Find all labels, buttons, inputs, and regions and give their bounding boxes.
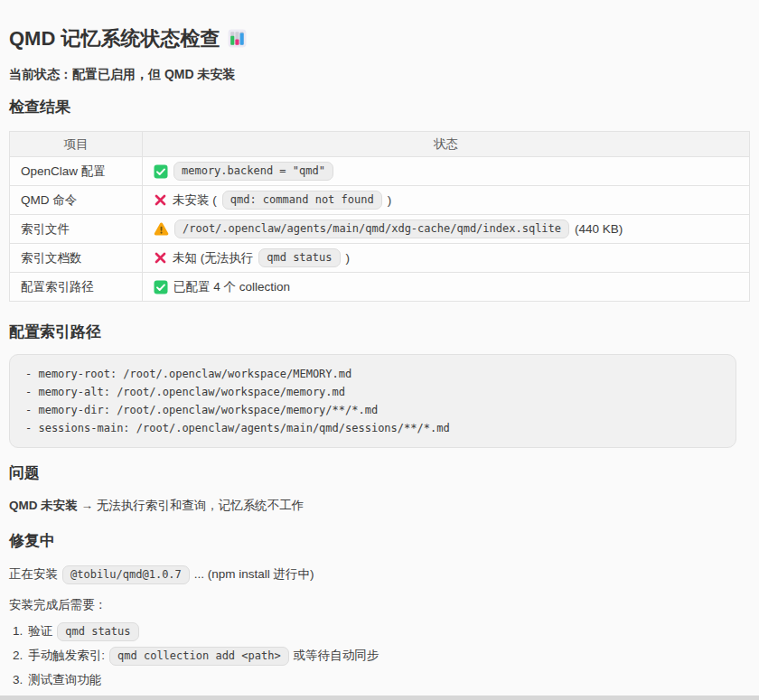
step-item: 1.验证qmd status bbox=[13, 621, 750, 641]
status-text: 未知 (无法执行 bbox=[173, 250, 253, 266]
bar-chart-emoji-icon bbox=[228, 29, 247, 48]
results-table: 项目 状态 OpenClaw 配置memory.backend = "qmd"Q… bbox=[9, 131, 750, 302]
table-row: 配置索引路径已配置 4 个 collection bbox=[10, 273, 750, 302]
bottom-divider bbox=[0, 695, 759, 700]
item-cell: OpenClaw 配置 bbox=[10, 157, 143, 186]
status-text: 已配置 4 个 collection bbox=[173, 279, 290, 295]
current-status-line: 当前状态：配置已启用，但 QMD 未安装 bbox=[9, 66, 750, 82]
status-text: 未安装 ( bbox=[173, 192, 217, 209]
column-header-item: 项目 bbox=[10, 132, 143, 157]
table-row: OpenClaw 配置memory.backend = "qmd" bbox=[10, 157, 750, 186]
status-text: (440 KB) bbox=[575, 222, 623, 236]
page-title: QMD 记忆系统状态检查 bbox=[9, 26, 750, 51]
step-text: 验证 bbox=[28, 621, 52, 641]
page-title-text: QMD 记忆系统状态检查 bbox=[9, 26, 220, 51]
step-text: 手动触发索引: bbox=[28, 646, 105, 666]
warning-icon bbox=[154, 222, 169, 236]
results-section-heading: 检查结果 bbox=[9, 98, 750, 117]
paths-section-heading: 配置索引路径 bbox=[9, 322, 750, 341]
inline-code: /root/.openclaw/agents/main/qmd/xdg-cach… bbox=[174, 219, 569, 238]
inline-code-package: @tobilu/qmd@1.0.7 bbox=[62, 565, 190, 584]
table-row: QMD 命令未安装 (qmd: command not found) bbox=[10, 186, 750, 215]
inline-code: memory.backend = "qmd" bbox=[173, 162, 333, 181]
table-header-row: 项目 状态 bbox=[10, 132, 750, 157]
status-cell: 已配置 4 个 collection bbox=[143, 273, 750, 302]
check-icon bbox=[154, 164, 168, 179]
installing-line: 正在安装 @tobilu/qmd@1.0.7 ... (npm install … bbox=[9, 565, 750, 584]
column-header-status: 状态 bbox=[143, 132, 750, 157]
results-table-body: OpenClaw 配置memory.backend = "qmd"QMD 命令未… bbox=[10, 157, 750, 302]
item-cell: 索引文件 bbox=[10, 215, 143, 244]
cross-icon bbox=[154, 251, 167, 265]
step-text: 或等待自动同步 bbox=[294, 646, 380, 666]
problem-section-heading: 问题 bbox=[9, 463, 750, 482]
status-text: ) bbox=[346, 251, 351, 265]
step-item: 3.测试查询功能 bbox=[13, 670, 750, 690]
after-install-line: 安装完成后需要： bbox=[9, 597, 750, 613]
problem-rest-text: → 无法执行索引和查询，记忆系统不工作 bbox=[78, 499, 305, 512]
step-item: 2.手动触发索引:qmd collection add <path>或等待自动同… bbox=[13, 646, 750, 666]
inline-code: qmd status bbox=[258, 248, 340, 267]
item-cell: 配置索引路径 bbox=[10, 273, 143, 302]
installing-pre-text: 正在安装 bbox=[9, 565, 58, 584]
step-number: 3. bbox=[13, 670, 23, 690]
fixing-section-heading: 修复中 bbox=[9, 531, 750, 550]
report-document: QMD 记忆系统状态检查 当前状态：配置已启用，但 QMD 未安装 检查结果 项… bbox=[0, 26, 759, 700]
step-text: 测试查询功能 bbox=[28, 670, 101, 690]
status-cell: 未安装 (qmd: command not found) bbox=[143, 186, 750, 215]
status-cell: /root/.openclaw/agents/main/qmd/xdg-cach… bbox=[143, 215, 750, 244]
problem-statement: QMD 未安装 → 无法执行索引和查询，记忆系统不工作 bbox=[9, 497, 750, 515]
status-cell: memory.backend = "qmd" bbox=[143, 157, 750, 186]
inline-code: qmd: command not found bbox=[222, 191, 382, 210]
status-cell: 未知 (无法执行qmd status) bbox=[143, 244, 750, 273]
item-cell: QMD 命令 bbox=[10, 186, 143, 215]
step-number: 1. bbox=[13, 621, 23, 641]
paths-code-block: - memory-root: /root/.openclaw/workspace… bbox=[9, 354, 736, 448]
problem-bold-text: QMD 未安装 bbox=[9, 499, 78, 512]
check-icon bbox=[154, 280, 168, 294]
status-text: ) bbox=[388, 193, 392, 207]
steps-list: 1.验证qmd status2.手动触发索引:qmd collection ad… bbox=[9, 621, 750, 690]
item-cell: 索引文档数 bbox=[10, 244, 143, 273]
step-number: 2. bbox=[13, 646, 23, 666]
table-row: 索引文档数未知 (无法执行qmd status) bbox=[10, 244, 750, 273]
table-row: 索引文件/root/.openclaw/agents/main/qmd/xdg-… bbox=[10, 215, 750, 244]
inline-code: qmd collection add <path> bbox=[109, 647, 289, 666]
cross-icon bbox=[154, 193, 167, 207]
installing-post-text: ... (npm install 进行中) bbox=[194, 565, 314, 584]
inline-code: qmd status bbox=[57, 622, 138, 641]
